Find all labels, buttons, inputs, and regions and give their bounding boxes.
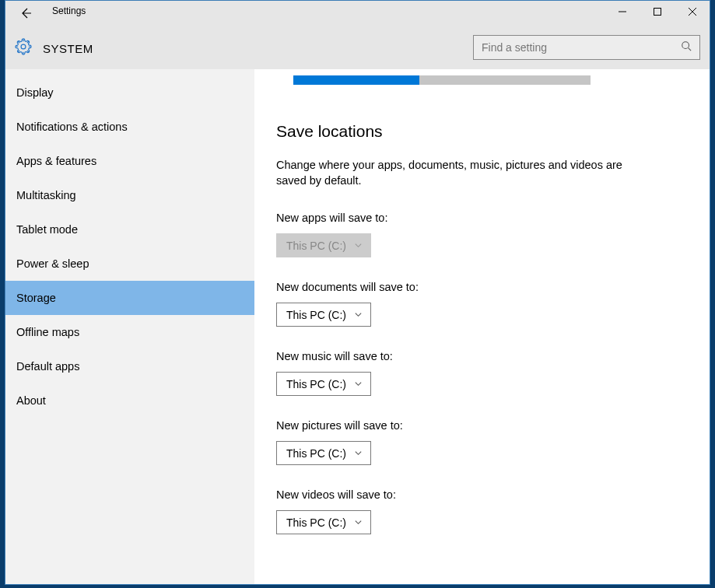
storage-progress-fill bbox=[293, 75, 419, 85]
chevron-down-icon bbox=[354, 239, 363, 253]
setting-group: New apps will save to:This PC (C:) bbox=[276, 212, 646, 257]
sidebar-item-default-apps[interactable]: Default apps bbox=[5, 349, 254, 383]
sidebar-item-display[interactable]: Display bbox=[5, 75, 254, 110]
chevron-down-icon bbox=[354, 446, 363, 460]
settings-window: Settings SYSTEM DisplayNotifica bbox=[5, 0, 710, 585]
svg-rect-1 bbox=[654, 9, 661, 16]
dropdown-value: This PC (C:) bbox=[286, 516, 346, 529]
maximize-button[interactable] bbox=[640, 1, 675, 23]
dropdown-value: This PC (C:) bbox=[286, 378, 346, 390]
chevron-down-icon bbox=[354, 308, 363, 322]
chevron-down-icon bbox=[354, 516, 363, 530]
close-icon bbox=[689, 8, 696, 16]
sidebar-item-storage[interactable]: Storage bbox=[5, 281, 254, 315]
save-location-dropdown[interactable]: This PC (C:) bbox=[276, 303, 371, 327]
minimize-icon bbox=[619, 8, 626, 16]
gear-icon bbox=[15, 38, 32, 58]
setting-label: New documents will save to: bbox=[276, 281, 646, 293]
section-title: SYSTEM bbox=[43, 42, 93, 55]
caption-buttons bbox=[605, 1, 710, 23]
save-location-dropdown[interactable]: This PC (C:) bbox=[276, 441, 371, 465]
svg-line-6 bbox=[689, 48, 692, 51]
save-location-dropdown[interactable]: This PC (C:) bbox=[276, 372, 371, 396]
svg-point-5 bbox=[682, 42, 689, 49]
chevron-down-icon bbox=[354, 377, 363, 391]
setting-label: New apps will save to: bbox=[276, 212, 646, 224]
back-arrow-icon bbox=[19, 7, 32, 19]
setting-group: New documents will save to:This PC (C:) bbox=[276, 281, 646, 327]
search-icon bbox=[681, 40, 692, 54]
sidebar-item-offline-maps[interactable]: Offline maps bbox=[5, 315, 254, 349]
search-box[interactable] bbox=[473, 35, 700, 60]
storage-progress-bar bbox=[293, 75, 591, 85]
search-input[interactable] bbox=[482, 41, 681, 54]
dropdown-value: This PC (C:) bbox=[286, 447, 346, 460]
sidebar-item-tablet-mode[interactable]: Tablet mode bbox=[5, 212, 254, 247]
save-location-dropdown[interactable]: This PC (C:) bbox=[276, 510, 371, 534]
header-section: SYSTEM bbox=[15, 38, 93, 58]
setting-label: New music will save to: bbox=[276, 350, 646, 362]
setting-group: New pictures will save to:This PC (C:) bbox=[276, 419, 646, 465]
close-button[interactable] bbox=[675, 1, 710, 23]
setting-label: New pictures will save to: bbox=[276, 419, 646, 432]
sidebar: DisplayNotifications & actionsApps & fea… bbox=[5, 69, 254, 584]
sidebar-item-multitasking[interactable]: Multitasking bbox=[5, 178, 254, 212]
sidebar-item-apps-features[interactable]: Apps & features bbox=[5, 144, 254, 178]
sidebar-item-power-sleep[interactable]: Power & sleep bbox=[5, 247, 254, 281]
setting-label: New videos will save to: bbox=[276, 488, 646, 501]
save-location-dropdown: This PC (C:) bbox=[276, 233, 371, 257]
back-button[interactable] bbox=[15, 4, 37, 23]
page-description: Change where your apps, documents, music… bbox=[276, 158, 646, 188]
dropdown-value: This PC (C:) bbox=[286, 240, 346, 252]
minimize-button[interactable] bbox=[605, 1, 640, 23]
sidebar-item-notifications-actions[interactable]: Notifications & actions bbox=[5, 110, 254, 144]
window-body: DisplayNotifications & actionsApps & fea… bbox=[5, 69, 710, 584]
setting-group: New music will save to:This PC (C:) bbox=[276, 350, 646, 396]
page-heading: Save locations bbox=[276, 122, 646, 141]
sidebar-item-about[interactable]: About bbox=[5, 383, 254, 418]
content-pane: Save locations Change where your apps, d… bbox=[254, 69, 710, 584]
settings-list: New apps will save to:This PC (C:)New do… bbox=[276, 212, 646, 534]
setting-group: New videos will save to:This PC (C:) bbox=[276, 488, 646, 534]
svg-point-4 bbox=[21, 44, 26, 49]
window-title: Settings bbox=[52, 5, 86, 16]
dropdown-value: This PC (C:) bbox=[286, 309, 346, 321]
maximize-icon bbox=[654, 8, 661, 16]
titlebar: Settings SYSTEM bbox=[5, 1, 710, 69]
